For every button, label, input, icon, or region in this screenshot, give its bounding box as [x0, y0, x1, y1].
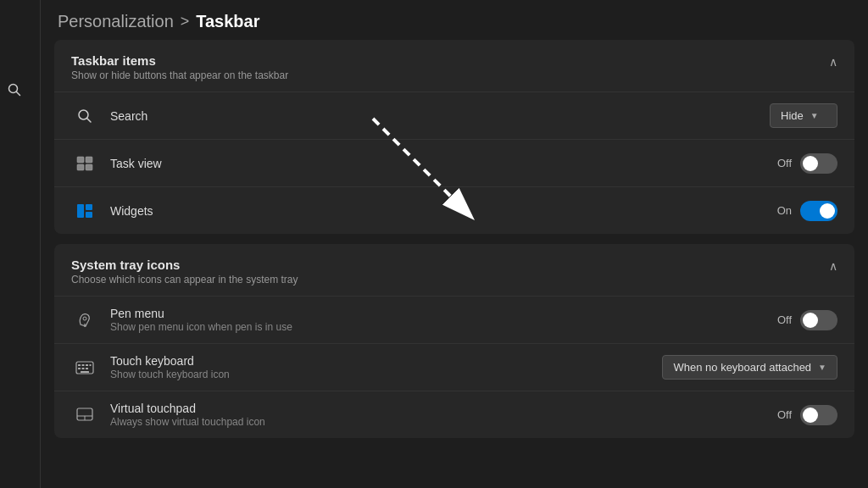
system-tray-chevron-icon: ∧ — [829, 259, 837, 273]
virtual-touchpad-label: Virtual touchpad — [110, 402, 777, 415]
virtual-touchpad-sublabel: Always show virtual touchpad icon — [110, 416, 777, 428]
svg-rect-6 — [77, 164, 84, 170]
svg-rect-8 — [77, 204, 84, 218]
widgets-label: Widgets — [110, 204, 777, 218]
svg-rect-10 — [86, 212, 92, 218]
touch-keyboard-label: Touch keyboard — [110, 354, 662, 368]
taskbar-items-subtitle: Show or hide buttons that appear on the … — [71, 69, 288, 81]
svg-rect-14 — [78, 364, 81, 366]
sidebar — [0, 0, 41, 488]
svg-point-11 — [83, 317, 86, 320]
widgets-toggle-label: On — [777, 204, 792, 217]
taskview-control: Off — [777, 153, 837, 174]
pen-menu-label: Pen menu — [110, 307, 777, 320]
virtual-touchpad-toggle-thumb — [803, 408, 818, 423]
pen-menu-setting-row: Pen menu Show pen menu icon when pen is … — [54, 296, 854, 343]
svg-rect-16 — [86, 364, 88, 366]
system-tray-section: System tray icons Choose which icons can… — [54, 244, 854, 438]
taskview-toggle[interactable] — [800, 153, 837, 174]
search-icon[interactable] — [1, 76, 28, 103]
touch-keyboard-icon — [71, 354, 98, 381]
breadcrumb-separator: > — [181, 13, 190, 30]
svg-rect-5 — [86, 157, 92, 163]
taskbar-items-header[interactable]: Taskbar items Show or hide buttons that … — [54, 40, 854, 92]
search-label: Search — [110, 109, 770, 123]
widgets-icon — [71, 197, 98, 225]
pen-menu-toggle-thumb — [803, 313, 818, 328]
svg-rect-20 — [86, 368, 88, 369]
taskview-icon — [71, 150, 98, 177]
search-dropdown[interactable]: Hide ▼ — [770, 103, 837, 128]
touch-keyboard-dropdown-chevron-icon: ▼ — [818, 363, 826, 372]
system-tray-subtitle: Choose which icons can appear in the sys… — [71, 274, 298, 286]
taskbar-items-chevron-icon: ∧ — [829, 55, 837, 69]
pen-menu-sublabel: Show pen menu icon when pen is in use — [110, 321, 777, 333]
virtual-touchpad-toggle[interactable] — [800, 405, 837, 425]
pen-menu-icon — [71, 307, 98, 334]
svg-rect-9 — [86, 204, 92, 210]
main-content: Personalization > Taskbar Taskbar items … — [41, 0, 868, 488]
pen-menu-toggle-label: Off — [777, 313, 792, 326]
search-setting-row: Search Hide ▼ — [54, 92, 854, 139]
pen-menu-toggle[interactable] — [800, 310, 837, 330]
svg-line-1 — [16, 92, 19, 96]
svg-rect-7 — [86, 164, 92, 170]
widgets-control: On — [777, 201, 837, 221]
touch-keyboard-dropdown-value: When no keyboard attached — [673, 361, 811, 374]
taskview-toggle-label: Off — [777, 157, 792, 169]
breadcrumb-current: Taskbar — [196, 12, 259, 31]
taskbar-items-title: Taskbar items — [71, 53, 288, 68]
virtual-touchpad-setting-row: Virtual touchpad Always show virtual tou… — [54, 391, 854, 438]
touch-keyboard-control: When no keyboard attached ▼ — [662, 355, 837, 380]
touch-keyboard-setting-row: Touch keyboard Show touch keyboard icon … — [54, 343, 854, 391]
content-area: Taskbar items Show or hide buttons that … — [41, 40, 868, 488]
svg-rect-19 — [82, 368, 85, 369]
touch-keyboard-sublabel: Show touch keyboard icon — [110, 369, 662, 380]
virtual-touchpad-icon — [71, 402, 98, 429]
breadcrumb-parent: Personalization — [58, 12, 174, 31]
widgets-setting-row: Widgets On — [54, 186, 854, 234]
widgets-toggle[interactable] — [800, 201, 837, 221]
search-control: Hide ▼ — [770, 103, 837, 128]
search-dropdown-value: Hide — [781, 109, 804, 122]
svg-line-3 — [87, 118, 92, 122]
svg-rect-4 — [77, 157, 84, 163]
svg-rect-18 — [78, 368, 81, 369]
virtual-touchpad-toggle-label: Off — [777, 408, 792, 421]
virtual-touchpad-control: Off — [777, 405, 837, 425]
breadcrumb: Personalization > Taskbar — [41, 0, 868, 40]
system-tray-header[interactable]: System tray icons Choose which icons can… — [54, 244, 854, 296]
svg-rect-15 — [82, 364, 85, 366]
touch-keyboard-dropdown[interactable]: When no keyboard attached ▼ — [662, 355, 837, 380]
taskbar-items-section: Taskbar items Show or hide buttons that … — [54, 40, 854, 234]
taskview-setting-row: Task view Off — [54, 139, 854, 186]
svg-rect-21 — [81, 371, 89, 373]
taskview-toggle-thumb — [803, 156, 818, 171]
system-tray-title: System tray icons — [71, 258, 298, 272]
search-dropdown-chevron-icon: ▼ — [810, 111, 819, 120]
pen-menu-control: Off — [777, 310, 837, 330]
search-setting-icon — [71, 103, 98, 130]
widgets-toggle-thumb — [820, 203, 835, 219]
svg-rect-17 — [90, 364, 92, 366]
taskview-label: Task view — [110, 157, 777, 170]
